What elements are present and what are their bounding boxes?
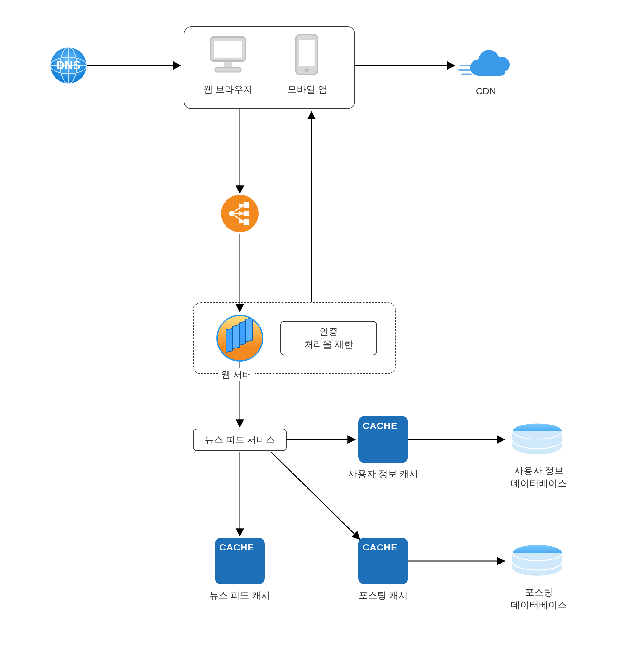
web-browser-label: 웹 브라우저: [197, 83, 259, 96]
svg-rect-30: [244, 211, 248, 216]
cloud-icon: [458, 47, 511, 84]
dns-node: DNS: [50, 47, 87, 84]
svg-rect-19: [215, 67, 241, 72]
newsfeed-cache-label: 뉴스 피드 캐시: [199, 589, 280, 602]
svg-rect-39: [246, 317, 252, 342]
posting-db-node: [511, 544, 564, 578]
newsfeed-service-label: 뉴스 피드 서비스: [205, 433, 275, 446]
mobile-icon: [293, 33, 320, 76]
load-balancer-node: [221, 195, 259, 232]
architecture-diagram: DNS 웹 브라우저 모바일 앱 CDN: [0, 0, 623, 672]
user-info-cache-label: 사용자 정보 캐시: [343, 468, 424, 480]
web-server-title: 웹 서버: [218, 368, 255, 381]
user-info-cache-node: CACHE: [358, 416, 408, 463]
web-server-node: [216, 315, 263, 362]
svg-rect-17: [214, 40, 242, 58]
svg-rect-29: [244, 203, 248, 207]
dns-label: DNS: [50, 47, 87, 84]
clients-box: 웹 브라우저 모바일 앱: [184, 27, 355, 109]
svg-rect-38: [239, 321, 246, 345]
posting-db-label: 포스팅 데이터베이스: [498, 586, 580, 611]
svg-rect-37: [233, 325, 239, 349]
web-server-functions: 인증 처리율 제한: [280, 321, 377, 355]
database-icon: [511, 422, 564, 457]
load-balancer-icon: [226, 199, 254, 227]
database-icon: [511, 544, 564, 578]
cache-badge: CACHE: [363, 542, 397, 553]
svg-line-8: [271, 452, 360, 539]
mobile-app-label: 모바일 앱: [278, 83, 337, 96]
cdn-label: CDN: [445, 86, 527, 96]
newsfeed-service-node: 뉴스 피드 서비스: [193, 428, 287, 451]
svg-rect-18: [224, 62, 232, 67]
posting-cache-node: CACHE: [358, 538, 408, 584]
newsfeed-cache-node: CACHE: [215, 538, 265, 584]
svg-rect-31: [244, 220, 248, 224]
desktop-icon: [206, 33, 250, 76]
cache-badge: CACHE: [363, 420, 397, 431]
cache-badge: CACHE: [219, 542, 254, 553]
posting-cache-label: 포스팅 캐시: [343, 589, 424, 602]
user-info-db-node: [511, 422, 564, 457]
auth-label: 인증: [319, 326, 338, 338]
svg-point-32: [230, 212, 234, 216]
user-info-db-label: 사용자 정보 데이터베이스: [498, 465, 580, 489]
svg-marker-34: [240, 212, 243, 215]
svg-point-22: [305, 68, 309, 72]
svg-rect-21: [299, 39, 314, 66]
rate-limit-label: 처리율 제한: [304, 338, 353, 351]
cdn-node: [458, 47, 511, 84]
svg-rect-36: [226, 328, 233, 352]
